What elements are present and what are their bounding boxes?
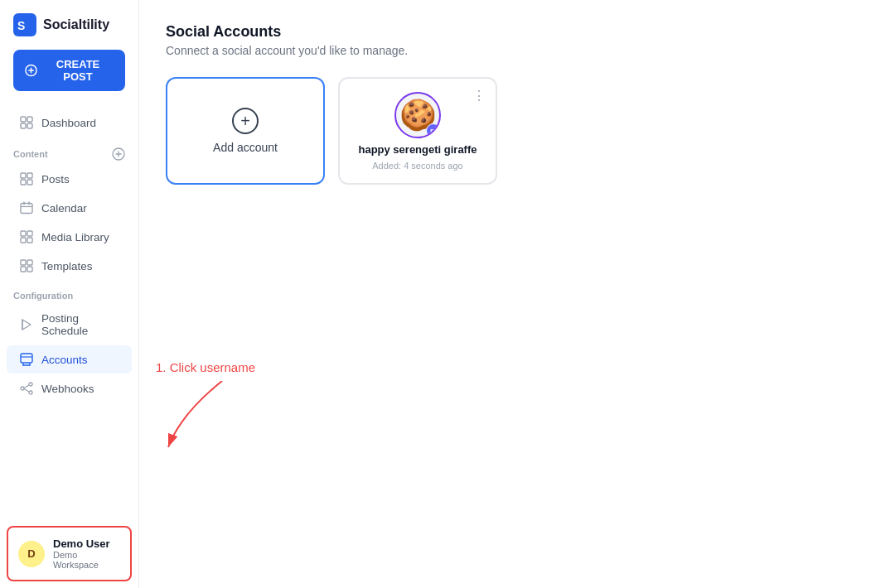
sidebar-item-accounts[interactable]: Accounts <box>7 345 132 374</box>
annotation-arrow <box>156 381 255 455</box>
sidebar-item-label: Posts <box>41 173 70 186</box>
sidebar-item-calendar[interactable]: Calendar <box>7 194 132 222</box>
dashboard-icon <box>20 116 33 129</box>
svg-marker-28 <box>22 320 31 330</box>
sidebar-item-label: Dashboard <box>41 117 96 129</box>
create-post-label: CREATE POST <box>42 58 114 83</box>
annotation: 1. Click username <box>156 360 255 455</box>
sidebar-item-label: Webhooks <box>41 383 94 395</box>
create-post-button[interactable]: CREATE POST <box>13 50 125 91</box>
sidebar-item-label: Accounts <box>41 354 88 366</box>
svg-rect-5 <box>21 117 26 122</box>
sidebar-item-label: Posting Schedule <box>41 312 119 337</box>
user-name: Demo User <box>53 537 120 550</box>
svg-rect-25 <box>27 260 32 265</box>
page-title: Social Accounts <box>166 23 868 41</box>
add-account-icon: + <box>232 108 259 134</box>
sidebar-item-media-library[interactable]: Media Library <box>7 223 132 251</box>
templates-icon <box>20 259 33 272</box>
sidebar-item-webhooks[interactable]: Webhooks <box>7 374 132 402</box>
sidebar: S Socialtility CREATE POST Dashboard <box>0 0 139 588</box>
svg-rect-13 <box>27 173 32 178</box>
accounts-grid: + Add account ⋮ 🍪 m happy serengeti gira… <box>166 77 868 185</box>
svg-rect-21 <box>27 231 32 236</box>
app-name: Socialtility <box>43 17 109 32</box>
account-name: happy serengeti giraffe <box>358 143 477 156</box>
sidebar-item-label: Calendar <box>41 202 87 214</box>
svg-rect-12 <box>21 173 26 178</box>
add-account-label: Add account <box>213 141 278 154</box>
logo: S Socialtility <box>0 0 138 46</box>
svg-rect-24 <box>21 260 26 265</box>
svg-point-37 <box>29 391 32 394</box>
svg-rect-6 <box>27 117 32 122</box>
svg-rect-30 <box>21 354 32 363</box>
sidebar-item-posting-schedule[interactable]: Posting Schedule <box>7 305 132 345</box>
svg-text:S: S <box>17 19 25 32</box>
account-avatar: 🍪 m <box>394 92 441 138</box>
svg-rect-8 <box>27 123 32 128</box>
svg-rect-26 <box>21 267 26 272</box>
accounts-icon <box>20 353 33 366</box>
schedule-icon <box>20 318 33 331</box>
user-info: Demo User Demo Workspace <box>53 537 120 570</box>
svg-rect-14 <box>21 180 26 185</box>
main-content: Social Accounts Connect a social account… <box>139 0 895 588</box>
account-card-inner: 🍪 m happy serengeti giraffe Added: 4 sec… <box>350 89 486 173</box>
svg-rect-7 <box>21 123 26 128</box>
user-workspace: Demo Workspace <box>53 550 120 570</box>
svg-rect-20 <box>21 231 26 236</box>
svg-line-38 <box>24 385 29 388</box>
svg-rect-27 <box>27 267 32 272</box>
account-card-giraffe[interactable]: ⋮ 🍪 m happy serengeti giraffe Added: 4 s… <box>338 77 497 185</box>
svg-point-36 <box>29 383 32 386</box>
sidebar-item-label: Templates <box>41 260 93 272</box>
svg-rect-22 <box>21 238 26 243</box>
annotation-text: 1. Click username <box>156 360 255 374</box>
plus-circle-icon <box>25 64 37 77</box>
sidebar-nav: Dashboard Content Posts <box>0 104 138 519</box>
svg-line-39 <box>24 389 29 393</box>
sidebar-item-posts[interactable]: Posts <box>7 165 132 193</box>
page-subtitle: Connect a social account you'd like to m… <box>166 44 868 57</box>
posts-icon <box>20 172 33 186</box>
webhooks-icon <box>20 382 33 395</box>
media-icon <box>20 230 33 243</box>
mastodon-badge: m <box>426 123 441 138</box>
logo-icon: S <box>13 13 36 36</box>
add-account-card[interactable]: + Add account <box>166 77 325 185</box>
section-add-icon[interactable] <box>112 147 125 161</box>
card-menu-button[interactable]: ⋮ <box>469 85 489 105</box>
svg-rect-23 <box>27 238 32 243</box>
svg-point-35 <box>21 387 24 390</box>
user-profile[interactable]: D Demo User Demo Workspace <box>7 526 132 581</box>
sidebar-item-dashboard[interactable]: Dashboard <box>7 108 132 137</box>
account-added: Added: 4 seconds ago <box>372 161 462 171</box>
svg-rect-15 <box>27 180 32 185</box>
avatar: D <box>18 541 45 567</box>
sidebar-item-templates[interactable]: Templates <box>7 252 132 280</box>
svg-rect-16 <box>21 204 32 214</box>
content-section-label: Content <box>0 137 138 164</box>
calendar-icon <box>20 201 33 214</box>
configuration-section-label: Configuration <box>0 281 138 304</box>
sidebar-item-label: Media Library <box>41 231 109 243</box>
